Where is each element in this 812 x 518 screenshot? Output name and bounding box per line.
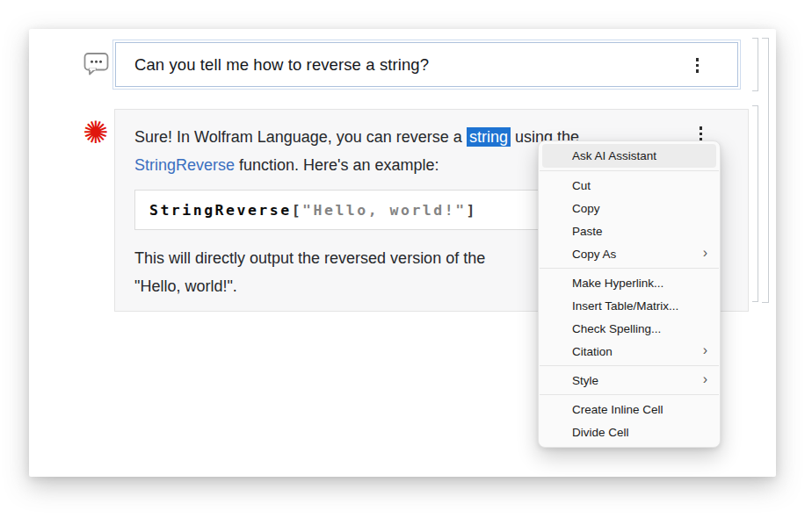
code-function-name: StringReverse xyxy=(149,202,292,219)
menu-separator xyxy=(540,268,719,269)
menu-item-label: Check Spelling... xyxy=(572,322,661,335)
chat-input-text: Can you tell me how to reverse a string? xyxy=(116,55,429,75)
code-string-literal: "Hello, world!" xyxy=(302,202,467,219)
chat-input-frame: Can you tell me how to reverse a string? xyxy=(115,42,738,87)
cell-group-bracket[interactable] xyxy=(762,38,769,303)
menu-item-insert-table-matrix[interactable]: Insert Table/Matrix... xyxy=(539,294,720,317)
menu-item-label: Citation xyxy=(572,345,613,358)
menu-separator xyxy=(540,365,719,366)
menu-item-label: Cut xyxy=(572,179,591,192)
menu-item-label: Paste xyxy=(572,225,603,238)
code-open-bracket: [ xyxy=(292,202,302,219)
string-reverse-doc-link[interactable]: StringReverse xyxy=(134,156,235,174)
footer-line2: "Hello, world!". xyxy=(134,277,237,295)
menu-item-label: Divide Cell xyxy=(572,426,629,439)
wolfram-spikey-icon: ✺ xyxy=(80,117,112,148)
footer-line1: This will directly output the reversed v… xyxy=(134,249,485,267)
menu-item-cut[interactable]: Cut xyxy=(539,174,720,197)
response-text-after-link: function. Here's an example: xyxy=(235,156,439,174)
submenu-chevron-icon: › xyxy=(703,342,707,358)
cell-options-kebab-icon[interactable] xyxy=(696,58,700,73)
chat-bubble-icon xyxy=(83,52,110,76)
menu-item-divide-cell[interactable]: Divide Cell xyxy=(539,421,720,443)
menu-item-paste[interactable]: Paste xyxy=(539,219,720,242)
menu-item-ask-ai-assistant[interactable]: Ask AI Assistant xyxy=(542,144,716,168)
cell-bracket-chat-input[interactable] xyxy=(752,38,758,91)
menu-item-create-inline-cell[interactable]: Create Inline Cell xyxy=(539,398,720,421)
cell-bracket-response[interactable] xyxy=(752,105,758,302)
menu-item-label: Insert Table/Matrix... xyxy=(572,299,678,313)
menu-item-copy[interactable]: Copy xyxy=(539,197,720,219)
code-close-bracket: ] xyxy=(467,202,477,219)
menu-separator xyxy=(540,170,719,171)
menu-item-make-hyperlink[interactable]: Make Hyperlink... xyxy=(539,271,720,294)
menu-item-copy-as[interactable]: Copy As › xyxy=(539,242,720,265)
chat-input-cell[interactable]: Can you tell me how to reverse a string? xyxy=(112,40,741,90)
submenu-chevron-icon: › xyxy=(703,371,707,387)
submenu-chevron-icon: › xyxy=(703,245,707,261)
menu-item-label: Style xyxy=(572,374,598,387)
menu-item-label: Copy As xyxy=(572,248,616,261)
menu-separator xyxy=(540,394,719,395)
menu-item-label: Ask AI Assistant xyxy=(572,149,656,162)
menu-item-label: Make Hyperlink... xyxy=(572,277,663,290)
menu-item-style[interactable]: Style › xyxy=(539,369,720,392)
menu-item-label: Create Inline Cell xyxy=(572,403,663,416)
menu-item-check-spelling[interactable]: Check Spelling... xyxy=(539,317,720,340)
selected-word: string xyxy=(467,127,511,147)
menu-item-label: Copy xyxy=(572,202,600,215)
response-text-before-selection: Sure! In Wolfram Language, you can rever… xyxy=(134,128,467,146)
menu-item-citation[interactable]: Citation › xyxy=(539,340,720,363)
context-menu: Ask AI Assistant Cut Copy Paste Copy As … xyxy=(538,140,721,448)
cell-options-kebab-icon[interactable] xyxy=(700,126,703,141)
